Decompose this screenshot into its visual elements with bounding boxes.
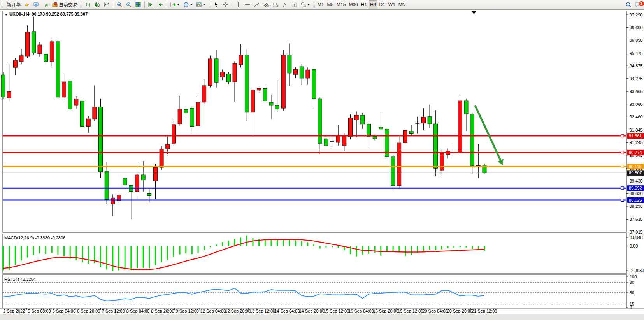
market-watch-button[interactable] bbox=[22, 0, 32, 9]
macd-panel[interactable] bbox=[3, 234, 626, 273]
crosshair-tool-button[interactable] bbox=[221, 0, 230, 9]
candle-body bbox=[111, 198, 115, 204]
signals-button[interactable] bbox=[41, 0, 50, 9]
price-tick-label: 94.275 bbox=[630, 76, 643, 81]
candle-body bbox=[233, 63, 237, 82]
tf-h4-button[interactable]: H4 bbox=[369, 0, 377, 9]
time-tick-label: 20 Sep 04:00 bbox=[422, 309, 447, 313]
tf-m1-button[interactable]: M1 bbox=[316, 0, 326, 9]
candle-body bbox=[196, 102, 200, 126]
tf-d1-button[interactable]: D1 bbox=[377, 0, 386, 9]
tf-m1-button-label: M1 bbox=[318, 2, 324, 7]
time-axis[interactable]: 2 Sep 20225 Sep 08:006 Sep 04:006 Sep 20… bbox=[2, 308, 497, 313]
auto-scroll-button[interactable] bbox=[146, 0, 156, 9]
svg-text:T: T bbox=[293, 3, 295, 7]
text-tool-button[interactable]: A bbox=[280, 0, 290, 9]
badge-price: 90.116 bbox=[629, 164, 642, 169]
candle-body bbox=[312, 69, 316, 99]
candle-body bbox=[7, 92, 11, 98]
candle-body bbox=[99, 107, 103, 172]
indicators-button[interactable]: ▼ bbox=[168, 0, 181, 9]
tf-w1-button[interactable]: W1 bbox=[387, 0, 397, 9]
templates-button[interactable]: ▼ bbox=[194, 0, 207, 9]
zoom-out-button[interactable] bbox=[124, 0, 133, 9]
tf-h1-button[interactable]: H1 bbox=[360, 0, 369, 9]
macd-axis-label: 0.00 bbox=[630, 244, 638, 248]
chart-shift-button[interactable] bbox=[156, 0, 165, 9]
terminal-button[interactable] bbox=[32, 0, 41, 9]
tile-windows-button[interactable] bbox=[133, 0, 143, 9]
line-chart-button[interactable] bbox=[102, 0, 111, 9]
chart-play-icon bbox=[148, 2, 154, 8]
time-tick-label: 9 Sep 12:00 bbox=[176, 309, 199, 313]
line-handle[interactable] bbox=[621, 187, 624, 190]
tf-m5-button[interactable]: M5 bbox=[325, 0, 335, 9]
time-tick-label: 20 Sep 20:00 bbox=[447, 309, 472, 313]
candle-body bbox=[306, 70, 310, 78]
periods-button[interactable]: ▼ bbox=[181, 0, 194, 9]
candle-body bbox=[251, 90, 255, 112]
candle-body bbox=[440, 153, 444, 170]
candle-body bbox=[318, 99, 322, 143]
label-tool-button[interactable]: T bbox=[290, 0, 299, 9]
main-price-panel[interactable] bbox=[3, 11, 626, 232]
channel-tool-button[interactable]: E bbox=[261, 0, 271, 9]
window-bottom-strip bbox=[0, 314, 644, 320]
line-handle[interactable] bbox=[621, 151, 624, 154]
candle-body bbox=[269, 102, 273, 105]
candle-body bbox=[428, 117, 432, 124]
autotrade-button[interactable]: 自动交易 bbox=[50, 0, 79, 9]
toolbar-separator bbox=[232, 1, 232, 8]
candle-chart-button[interactable] bbox=[93, 0, 102, 9]
tf-m15-button-label: M15 bbox=[337, 2, 346, 7]
line-handle[interactable] bbox=[621, 199, 624, 201]
zoom-in-button[interactable] bbox=[115, 0, 124, 9]
chevron-down-icon[interactable]: ▼ bbox=[307, 4, 310, 6]
tf-mn-button[interactable]: MN bbox=[397, 0, 407, 9]
tf-m30-button[interactable]: M30 bbox=[347, 0, 359, 9]
svg-text:F: F bbox=[277, 5, 278, 7]
candle-body bbox=[330, 141, 334, 142]
chart-canvas[interactable]: 97.29096.69096.09095.47594.87594.27593.6… bbox=[0, 10, 644, 320]
time-tick-label: 12 Sep 20:00 bbox=[225, 309, 250, 313]
bar-chart-button[interactable] bbox=[83, 0, 93, 9]
chart-collapse-icon[interactable] bbox=[5, 14, 8, 16]
rsi-panel[interactable] bbox=[3, 275, 626, 308]
period-icon bbox=[183, 2, 189, 8]
cursor-tool-button[interactable] bbox=[211, 0, 221, 9]
search-button[interactable] bbox=[624, 0, 633, 9]
time-tick-label: 8 Sep 20:00 bbox=[151, 309, 174, 313]
badge-price: 91.561 bbox=[629, 134, 642, 138]
new-order-button[interactable]: 新订单 bbox=[4, 0, 22, 9]
candle-body bbox=[62, 82, 66, 97]
chevron-down-icon[interactable]: ▼ bbox=[203, 4, 205, 6]
badge-price: 89.807 bbox=[629, 171, 642, 175]
price-tick-label: 93.060 bbox=[630, 102, 643, 107]
toolbar-grip bbox=[1, 1, 3, 8]
candle-body bbox=[367, 124, 370, 136]
trendline-tool-button[interactable] bbox=[252, 0, 261, 9]
shapes-icon bbox=[300, 2, 307, 8]
fibonacci-tool-button[interactable]: F bbox=[271, 0, 280, 9]
price-tick-label: 87.615 bbox=[630, 217, 643, 222]
hline-tool-button[interactable] bbox=[243, 0, 252, 9]
chevron-down-icon[interactable]: ▼ bbox=[177, 4, 180, 6]
candle-body bbox=[184, 109, 188, 113]
chevron-down-icon[interactable]: ▼ bbox=[190, 4, 193, 6]
price-level-badge: 89.807 bbox=[627, 170, 644, 176]
rsi-axis-label: 80 bbox=[630, 280, 634, 285]
chart-title: UKOil-,H4 90.173 90.252 89.775 89.807 bbox=[9, 12, 88, 16]
notifications-button[interactable]: 1 bbox=[633, 0, 642, 9]
tf-m15-button[interactable]: M15 bbox=[335, 0, 347, 9]
candle-body bbox=[226, 74, 230, 82]
candle-body bbox=[1, 75, 5, 97]
svg-text:E: E bbox=[267, 5, 269, 7]
vline-tool-button[interactable] bbox=[233, 0, 243, 9]
candle-body bbox=[13, 60, 17, 67]
candle-body bbox=[221, 72, 225, 77]
shapes-tool-button[interactable]: ▼ bbox=[299, 0, 312, 9]
text-a-icon: A bbox=[282, 2, 288, 8]
chart-window[interactable]: 97.29096.69096.09095.47594.87594.27593.6… bbox=[0, 10, 644, 320]
line-handle[interactable] bbox=[621, 165, 624, 168]
line-handle[interactable] bbox=[621, 135, 624, 137]
